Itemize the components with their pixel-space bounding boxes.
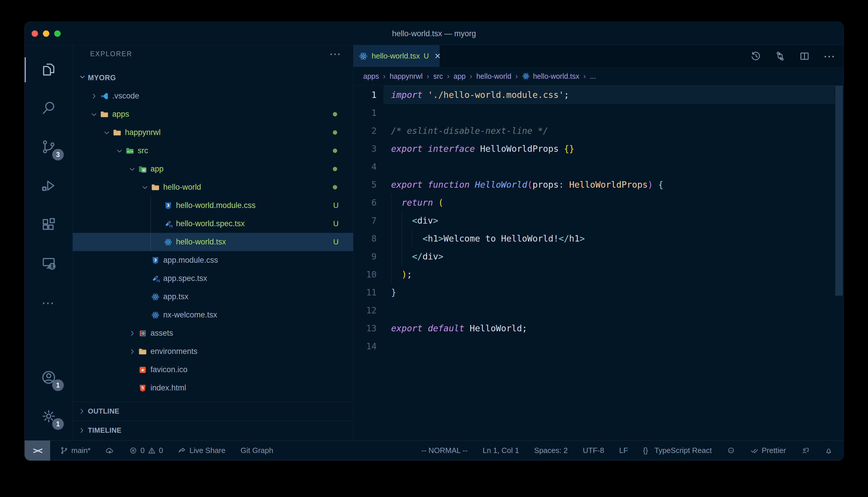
status-feedback[interactable] — [801, 446, 810, 455]
tree-item-app[interactable]: app — [73, 160, 353, 178]
status-prettier[interactable]: Prettier — [750, 446, 786, 455]
code-line[interactable]: 3export interface HelloWorldProps {} — [354, 140, 843, 158]
breadcrumb: apps›happynrwl›src›app›hello-world›hello… — [354, 67, 843, 86]
code-text: import './hello-world.module.css'; — [391, 90, 569, 100]
code-line[interactable]: 5export function HelloWorld(props: Hello… — [354, 175, 843, 194]
status-encoding[interactable]: UTF-8 — [583, 446, 604, 455]
status-notifications[interactable] — [825, 446, 833, 455]
file-label: index.html — [150, 383, 353, 393]
line-number: 6 — [354, 198, 376, 208]
code-line[interactable]: 14 — [354, 337, 843, 355]
line-number: 3 — [354, 144, 376, 154]
git-untracked-badge: U — [333, 238, 339, 246]
activity-extensions[interactable] — [25, 205, 72, 244]
code-line[interactable]: 13export default HelloWorld; — [354, 319, 843, 337]
tree-item-hello-world-module-css[interactable]: 3hello-world.module.cssU — [73, 196, 353, 215]
status-copilot[interactable] — [727, 446, 735, 455]
status-label: Ln 1, Col 1 — [483, 446, 519, 455]
status-live-share[interactable]: Live Share — [178, 446, 225, 455]
tree-item-app-tsx[interactable]: app.tsx — [73, 288, 353, 306]
explorer-more-actions-icon[interactable]: ⋯ — [329, 47, 342, 60]
app-folder-icon — [138, 165, 147, 173]
file-label: app.spec.tsx — [163, 274, 353, 283]
line-number: 1 — [354, 108, 376, 118]
status-label: 0 — [159, 446, 163, 455]
code-line[interactable]: 12 — [354, 301, 843, 319]
tree-item-app-spec-tsx[interactable]: TSapp.spec.tsx — [73, 269, 353, 288]
svg-text:</>: </> — [127, 150, 133, 153]
code-editor[interactable]: 1import './hello-world.module.css';12/* … — [354, 86, 843, 355]
file-tree: .vscodeappshappynrwl</>srcapphello-world… — [73, 87, 353, 397]
split-editor-button[interactable] — [799, 51, 810, 62]
line-number: 11 — [354, 287, 376, 297]
code-text: ); — [391, 269, 412, 280]
status-sync[interactable] — [106, 446, 114, 455]
code-line[interactable]: 8 <h1>Welcome to HelloWorld!</h1> — [354, 229, 843, 247]
breadcrumb-item[interactable]: app — [454, 72, 466, 81]
activity-search[interactable] — [25, 89, 72, 128]
tree-item--vscode[interactable]: .vscode — [73, 87, 353, 105]
more-actions-button[interactable]: ⋯ — [823, 49, 836, 63]
breadcrumb-item[interactable]: ... — [590, 72, 596, 81]
workspace-section-header[interactable]: MYORG — [73, 68, 353, 87]
workspace-name: MYORG — [88, 74, 116, 82]
breadcrumb-item[interactable]: hello-world.tsx — [522, 72, 579, 81]
section-outline[interactable]: OUTLINE — [73, 401, 353, 421]
tree-item-apps[interactable]: apps — [73, 105, 353, 123]
tree-item-favicon-ico[interactable]: ★favicon.ico — [73, 360, 353, 379]
remote-indicator[interactable]: >< — [25, 441, 50, 460]
tree-item-hello-world-spec-tsx[interactable]: TShello-world.spec.tsxU — [73, 215, 353, 233]
code-line[interactable]: 4 — [354, 158, 843, 175]
git-untracked-badge: U — [424, 52, 429, 60]
tree-item-assets[interactable]: assets — [73, 324, 353, 342]
open-previous-editor-button[interactable] — [750, 51, 761, 62]
activity-source-control[interactable]: 3 — [25, 128, 72, 167]
tree-item-nx-welcome-tsx[interactable]: nx-welcome.tsx — [73, 306, 353, 324]
code-line[interactable]: 6 return ( — [354, 194, 843, 211]
code-line[interactable]: 7 <div> — [354, 211, 843, 229]
html-file-icon: 5 — [138, 384, 147, 393]
activity-remote-explorer[interactable] — [25, 244, 72, 283]
tab-label: hello-world.tsx — [372, 52, 420, 60]
breadcrumb-item[interactable]: hello-world — [476, 72, 511, 81]
code-line[interactable]: 1import './hello-world.module.css'; — [354, 86, 843, 104]
breadcrumb-item[interactable]: happynrwl — [390, 72, 423, 81]
open-changes-button[interactable] — [775, 51, 786, 62]
breadcrumb-item[interactable]: apps — [363, 72, 379, 81]
status-eol[interactable]: LF — [619, 446, 628, 455]
status-indentation[interactable]: Spaces: 2 — [534, 446, 568, 455]
tree-item-index-html[interactable]: 5index.html — [73, 379, 353, 397]
code-line[interactable]: 11} — [354, 283, 843, 301]
extensions-icon — [41, 216, 57, 234]
tree-item-app-module-css[interactable]: 3app.module.css — [73, 251, 353, 269]
tree-item-hello-world-tsx[interactable]: hello-world.tsxU — [73, 233, 353, 251]
close-tab-icon[interactable]: ✕ — [434, 52, 441, 61]
tab-hello-world-tsx[interactable]: hello-world.tsx U ✕ — [354, 45, 440, 67]
tree-item-src[interactable]: </>src — [73, 142, 353, 160]
tree-item-happynrwl[interactable]: happynrwl — [73, 123, 353, 142]
code-line[interactable]: 2/* eslint-disable-next-line */ — [354, 122, 843, 140]
status-language-mode[interactable]: {}TypeScript React — [643, 446, 712, 455]
code-line[interactable]: 9 </div> — [354, 247, 843, 265]
breadcrumb-item[interactable]: src — [433, 72, 443, 81]
file-label: hello-world.module.css — [176, 201, 333, 210]
activity-run-debug[interactable] — [25, 167, 72, 205]
code-line[interactable]: 10 ); — [354, 265, 843, 283]
status-cursor-position[interactable]: Ln 1, Col 1 — [483, 446, 519, 455]
person-icon — [801, 446, 810, 455]
activity-settings[interactable]: 1 — [25, 397, 72, 436]
status-git-branch[interactable]: main* — [60, 446, 91, 455]
activity-more[interactable]: ⋯ — [25, 283, 72, 322]
editor-scrollbar[interactable] — [835, 86, 843, 296]
status-vim-mode[interactable]: -- NORMAL -- — [421, 446, 467, 455]
code-line[interactable]: 1 — [354, 104, 843, 122]
status-problems[interactable]: 00 — [129, 446, 163, 455]
status-git-graph[interactable]: Git Graph — [240, 446, 273, 455]
section-timeline[interactable]: TIMELINE — [73, 421, 353, 440]
tree-item-hello-world[interactable]: hello-world — [73, 178, 353, 196]
tree-item-environments[interactable]: environments — [73, 342, 353, 360]
breadcrumb-label: happynrwl — [390, 72, 423, 81]
activity-accounts[interactable]: 1 — [25, 358, 72, 397]
code-text: export function HelloWorld(props: HelloW… — [391, 180, 663, 190]
activity-explorer[interactable] — [25, 51, 72, 89]
